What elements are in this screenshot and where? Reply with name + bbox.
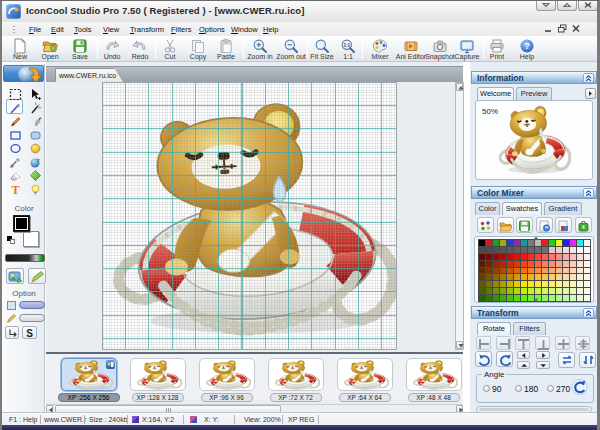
svg-text:T: T <box>11 183 19 196</box>
svg-text:1:1: 1:1 <box>343 43 350 48</box>
svg-text:?: ? <box>524 41 530 51</box>
